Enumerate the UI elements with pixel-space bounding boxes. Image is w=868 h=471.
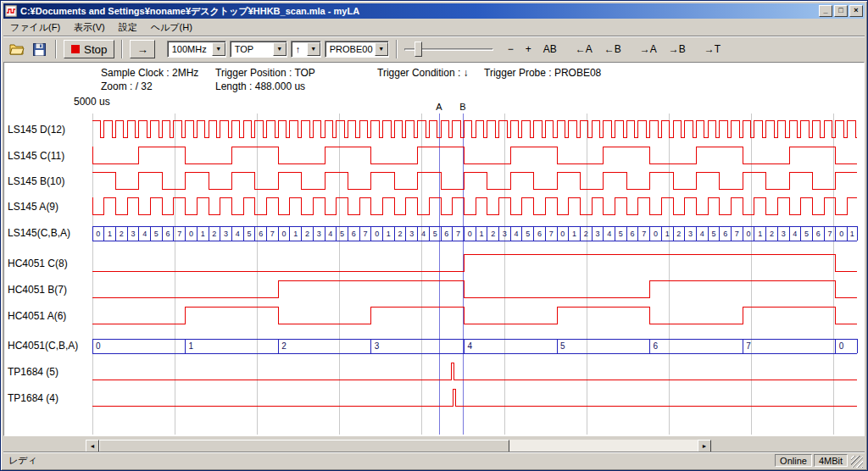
bus-value: 7 <box>456 230 460 238</box>
bus-value: 0 <box>96 341 101 351</box>
bus-value: 1 <box>293 230 298 238</box>
bus-value: 4 <box>515 230 519 238</box>
bus-value: 4 <box>793 230 797 238</box>
bus-value: 6 <box>816 230 821 238</box>
bus-value: 2 <box>120 230 124 238</box>
bus-value: 5 <box>804 230 809 238</box>
bus-value: 2 <box>770 230 774 238</box>
bus-value: 2 <box>212 230 216 238</box>
status-ready-text: レディ <box>8 454 37 467</box>
bus-value: 0 <box>96 230 100 238</box>
status-memory-badge: 4MBit <box>814 454 848 467</box>
bus-value: 7 <box>270 230 275 238</box>
status-bar: レディ Online 4MBit <box>3 452 865 468</box>
bus-value: 3 <box>782 230 786 238</box>
bus-value: 0 <box>560 230 565 238</box>
bus-value: 1 <box>758 230 762 238</box>
bus-value: 4 <box>236 230 240 238</box>
bus-value: 6 <box>166 230 170 238</box>
status-online-badge: Online <box>775 454 812 467</box>
bus-value: 6 <box>723 230 727 238</box>
resize-grip[interactable] <box>851 456 863 468</box>
bus-value: 7 <box>827 230 832 238</box>
bus-value: 3 <box>688 230 693 238</box>
bus-value: 3 <box>595 230 599 238</box>
waveform-trace <box>92 389 857 406</box>
bus-value: 3 <box>503 230 507 238</box>
waveform-trace <box>92 254 857 271</box>
bus-value: 7 <box>642 230 646 238</box>
app-window: C:¥Documents and Settings¥noname¥デスクトップ¥… <box>0 0 868 471</box>
bus-value: 4 <box>700 230 704 238</box>
bus-value: 0 <box>375 230 379 238</box>
bus-value: 2 <box>584 230 588 238</box>
bus-value: 5 <box>154 230 159 238</box>
bus-value: 4 <box>421 230 426 238</box>
bus-value: 5 <box>433 230 437 238</box>
bus-value: 6 <box>352 230 356 238</box>
bus-value: 6 <box>537 230 542 238</box>
waveform-trace <box>92 307 857 324</box>
waveform-trace <box>92 172 857 189</box>
bus-value: 1 <box>108 230 112 238</box>
waveform-trace <box>92 120 857 137</box>
bus-value: 7 <box>746 341 751 351</box>
bus-value: 0 <box>839 341 844 351</box>
bus-value: 1 <box>850 230 854 238</box>
bus-value: 6 <box>444 230 448 238</box>
bus-value: 5 <box>526 230 530 238</box>
waveform-trace <box>92 280 857 297</box>
bus-value: 5 <box>711 230 715 238</box>
bus-value: 3 <box>131 230 135 238</box>
cursor-label: B <box>459 102 465 112</box>
bus-value: 2 <box>305 230 309 238</box>
bus-value: 7 <box>363 230 367 238</box>
bus-value: 2 <box>491 230 495 238</box>
waveform-plot[interactable]: AB01234567012345670123456701234567012345… <box>1 1 868 471</box>
bus-value: 5 <box>619 230 623 238</box>
bus-value: 3 <box>375 341 380 351</box>
bus-value: 2 <box>398 230 403 238</box>
bus-value: 1 <box>479 230 483 238</box>
waveform-trace <box>92 147 857 163</box>
bus-value: 0 <box>282 230 287 238</box>
bus-value: 5 <box>560 341 565 351</box>
bus-value: 3 <box>224 230 228 238</box>
bus-value: 7 <box>735 230 739 238</box>
bus-value: 6 <box>654 341 659 351</box>
bus-value: 4 <box>467 341 472 351</box>
bus-value: 7 <box>549 230 554 238</box>
bus-value: 6 <box>259 230 263 238</box>
bus-value: 1 <box>189 341 194 351</box>
bus-value: 1 <box>201 230 205 238</box>
bus-value: 2 <box>281 341 287 351</box>
bus-value: 5 <box>340 230 344 238</box>
waveform-trace <box>92 197 857 214</box>
bus-value: 1 <box>572 230 576 238</box>
bus-value: 6 <box>631 230 635 238</box>
bus-value: 4 <box>607 230 611 238</box>
bus-value: 0 <box>189 230 193 238</box>
bus-value: 4 <box>328 230 332 238</box>
bus-value: 0 <box>468 230 472 238</box>
bus-value: 3 <box>409 230 414 238</box>
bus-value: 4 <box>142 230 147 238</box>
cursor-label: A <box>436 102 442 112</box>
bus-value: 0 <box>747 230 751 238</box>
bus-value: 2 <box>676 230 681 238</box>
bus-value: 5 <box>247 230 251 238</box>
bus-value: 1 <box>387 230 391 238</box>
waveform-trace <box>92 363 857 380</box>
bus-value: 0 <box>654 230 658 238</box>
bus-value: 3 <box>317 230 321 238</box>
bus-value: 0 <box>839 230 843 238</box>
bus-value: 7 <box>177 230 181 238</box>
bus-value: 1 <box>665 230 670 238</box>
